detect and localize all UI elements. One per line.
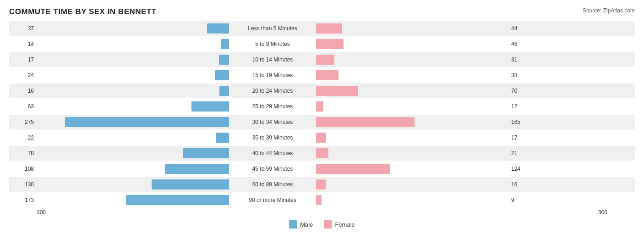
- male-bar-container: [37, 70, 229, 80]
- female-swatch: [324, 220, 332, 229]
- female-value: 12: [508, 103, 536, 110]
- male-bar-container: [37, 86, 229, 96]
- male-bar-container: [37, 39, 229, 49]
- male-bar-container: [37, 133, 229, 143]
- female-label: Female: [335, 221, 355, 228]
- female-value: 165: [508, 119, 536, 125]
- male-bar-container: [37, 101, 229, 112]
- female-value: 9: [508, 197, 536, 203]
- male-bar: [183, 148, 229, 158]
- female-bar: [316, 86, 358, 96]
- female-bar: [316, 101, 323, 112]
- female-bar-container: [316, 101, 508, 112]
- female-bar-container: [316, 179, 508, 190]
- axis-left: 300: [37, 209, 46, 216]
- bar-row: 173 90 or more Minutes 9: [9, 193, 635, 207]
- chart-source: Source: ZipAtlas.com: [583, 7, 635, 14]
- male-bar: [216, 133, 229, 143]
- row-label: Less than 5 Minutes: [229, 25, 316, 32]
- male-swatch: [289, 220, 297, 229]
- row-label: 20 to 24 Minutes: [229, 88, 316, 94]
- bar-row: 130 60 to 89 Minutes 16: [9, 177, 635, 192]
- female-value: 46: [508, 41, 536, 47]
- male-bar-container: [37, 195, 229, 205]
- male-bar: [221, 39, 229, 49]
- male-bar: [207, 23, 229, 33]
- chart-title: COMMUTE TIME BY SEX IN BENNETT: [9, 7, 157, 17]
- male-value: 63: [9, 103, 37, 110]
- row-label: 60 to 89 Minutes: [229, 181, 316, 188]
- female-value: 44: [508, 25, 536, 32]
- male-value: 17: [9, 56, 37, 63]
- male-value: 22: [9, 134, 37, 141]
- male-value: 275: [9, 119, 37, 125]
- row-label: 35 to 39 Minutes: [229, 134, 316, 141]
- female-bar-container: [316, 86, 508, 96]
- female-bar: [316, 133, 326, 143]
- female-value: 31: [508, 56, 536, 63]
- bar-row: 108 45 to 59 Minutes 124: [9, 162, 635, 176]
- female-value: 70: [508, 88, 536, 94]
- male-label: Male: [300, 221, 313, 228]
- male-bar: [215, 70, 229, 80]
- female-bar-container: [316, 55, 508, 65]
- female-bar: [316, 148, 328, 158]
- legend-male: Male: [289, 220, 313, 229]
- legend-female: Female: [324, 220, 355, 229]
- male-bar: [219, 86, 229, 96]
- male-bar: [65, 117, 229, 127]
- male-value: 14: [9, 41, 37, 47]
- bar-row: 78 40 to 44 Minutes 21: [9, 146, 635, 161]
- chart-container: COMMUTE TIME BY SEX IN BENNETT Source: Z…: [0, 0, 644, 240]
- female-bar-container: [316, 133, 508, 143]
- male-bar-container: [37, 164, 229, 174]
- row-label: 90 or more Minutes: [229, 197, 316, 203]
- female-bar: [316, 195, 322, 205]
- male-bar: [219, 55, 229, 65]
- row-label: 10 to 14 Minutes: [229, 56, 316, 63]
- female-bar-container: [316, 39, 508, 49]
- male-bar: [165, 164, 229, 174]
- male-value: 108: [9, 166, 37, 172]
- female-value: 124: [508, 166, 536, 172]
- axis-row: 300 300: [9, 209, 635, 216]
- male-value: 173: [9, 197, 37, 203]
- male-value: 78: [9, 150, 37, 156]
- female-bar-container: [316, 164, 508, 174]
- bar-row: 17 10 to 14 Minutes 31: [9, 52, 635, 67]
- row-label: 40 to 44 Minutes: [229, 150, 316, 156]
- female-bar-container: [316, 117, 508, 127]
- bar-row: 22 35 to 39 Minutes 17: [9, 130, 635, 145]
- bar-row: 63 25 to 29 Minutes 12: [9, 99, 635, 114]
- male-bar-container: [37, 148, 229, 158]
- female-bar-container: [316, 148, 508, 158]
- bar-row: 14 5 to 9 Minutes 46: [9, 37, 635, 51]
- bar-row: 24 15 to 19 Minutes 38: [9, 68, 635, 83]
- male-bar-container: [37, 179, 229, 190]
- male-bar: [152, 179, 229, 190]
- male-value: 130: [9, 181, 37, 188]
- male-bar: [191, 101, 229, 112]
- female-bar: [316, 70, 338, 80]
- female-bar: [316, 39, 344, 49]
- female-value: 16: [508, 181, 536, 188]
- chart-header: COMMUTE TIME BY SEX IN BENNETT Source: Z…: [9, 7, 635, 17]
- female-bar-container: [316, 23, 508, 33]
- row-label: 15 to 19 Minutes: [229, 72, 316, 78]
- row-label: 30 to 34 Minutes: [229, 119, 316, 125]
- female-bar: [316, 117, 415, 127]
- female-bar: [316, 164, 390, 174]
- female-bar: [316, 55, 334, 65]
- female-value: 38: [508, 72, 536, 78]
- legend-row: Male Female: [9, 220, 635, 229]
- male-value: 16: [9, 88, 37, 94]
- chart-area: 37 Less than 5 Minutes 44 14 5 to 9 Minu…: [9, 21, 635, 207]
- female-bar-container: [316, 70, 508, 80]
- bar-row: 275 30 to 34 Minutes 165: [9, 115, 635, 129]
- male-bar-container: [37, 117, 229, 127]
- male-bar-container: [37, 23, 229, 33]
- row-label: 5 to 9 Minutes: [229, 41, 316, 47]
- row-label: 45 to 59 Minutes: [229, 166, 316, 172]
- female-bar-container: [316, 195, 508, 205]
- bar-row: 16 20 to 24 Minutes 70: [9, 84, 635, 98]
